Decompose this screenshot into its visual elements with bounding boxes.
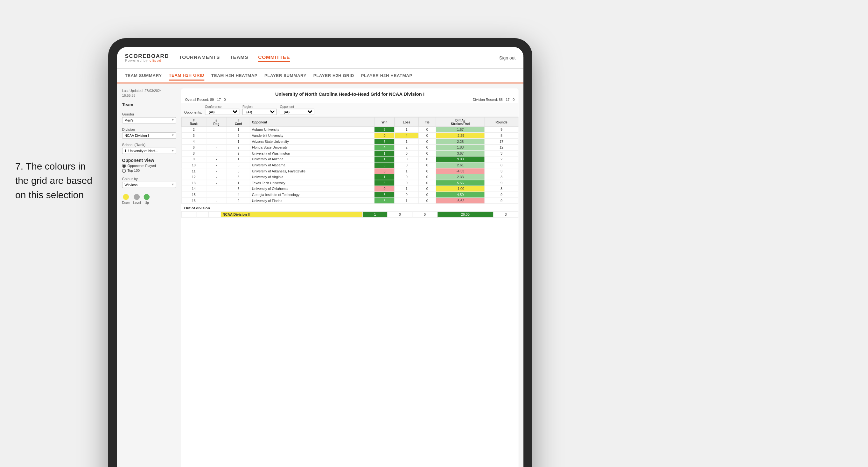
col-rank: #Rank <box>181 117 206 127</box>
cell-tie: 0 <box>418 180 436 186</box>
colour-legend: Down Level Up <box>122 194 176 204</box>
nav-committee[interactable]: COMMITTEE <box>258 54 290 62</box>
col-reg: #Reg <box>206 117 227 127</box>
h2h-table: #Rank #Reg #Conf Opponent Win Loss Tie D… <box>181 117 518 204</box>
cell-opponent: Arizona State University <box>250 138 374 145</box>
col-diff: Diff AvStrokes/Rnd <box>436 117 485 127</box>
filter-conference-select[interactable]: (All) <box>205 109 240 115</box>
cell-opponent: University of Alabama <box>250 162 374 168</box>
cell-rank: 12 <box>181 174 206 180</box>
table-row: 16 - 2 University of Florida 3 1 0 -6.62… <box>181 197 518 204</box>
cell-opponent: University of Oklahoma <box>250 186 374 192</box>
radio-top100[interactable]: Top 100 <box>122 168 176 173</box>
out-of-division-row: NCAA Division II 1 0 0 26.00 3 <box>181 212 518 218</box>
ood-win: 1 <box>363 212 387 218</box>
cell-diff: 2.61 <box>436 162 485 168</box>
subnav-player-h2h-grid[interactable]: PLAYER H2H GRID <box>313 71 354 80</box>
cell-tie: 0 <box>418 186 436 192</box>
col-rounds: Rounds <box>485 117 518 127</box>
cell-rounds: 8 <box>485 133 518 139</box>
cell-rounds: 9 <box>485 192 518 198</box>
sign-out-link[interactable]: Sign out <box>499 55 516 60</box>
cell-reg: - <box>206 127 227 133</box>
cell-opponent: Georgia Institute of Technology <box>250 192 374 198</box>
filter-conference-label: Conference <box>205 105 240 108</box>
subnav-player-h2h-heatmap[interactable]: PLAYER H2H HEATMAP <box>361 71 412 80</box>
cell-rank: 9 <box>181 156 206 162</box>
table-row: 15 - 4 Georgia Institute of Technology 5… <box>181 192 518 198</box>
cell-opponent: Texas Tech University <box>250 180 374 186</box>
cell-diff: -4.33 <box>436 168 485 174</box>
col-opponent: Opponent <box>250 117 374 127</box>
colour-by-select[interactable]: Win/loss <box>122 181 176 188</box>
cell-reg: - <box>206 192 227 198</box>
subnav-team-h2h-grid[interactable]: TEAM H2H GRID <box>168 71 204 81</box>
subnav-team-summary[interactable]: TEAM SUMMARY <box>125 71 162 80</box>
division-select[interactable]: NCAA Division I <box>122 132 176 138</box>
cell-loss: 0 <box>395 162 418 168</box>
cell-reg: - <box>206 151 227 157</box>
cell-conf: 2 <box>227 145 250 151</box>
cell-loss: 0 <box>395 180 418 186</box>
filter-opponent-select[interactable]: (All) <box>280 109 315 115</box>
cell-loss: 1 <box>395 197 418 204</box>
cell-win: 5 <box>374 138 395 145</box>
cell-conf: 1 <box>227 138 250 145</box>
cell-diff: 3.67 <box>436 151 485 157</box>
cell-loss: 4 <box>395 133 418 139</box>
gender-label: Gender <box>122 112 176 117</box>
cell-reg: - <box>206 133 227 139</box>
cell-rank: 4 <box>181 138 206 145</box>
filter-region-select[interactable]: (All) <box>243 109 277 115</box>
gender-select[interactable]: Men's <box>122 117 176 123</box>
subnav-player-summary[interactable]: PLAYER SUMMARY <box>265 71 306 80</box>
grid-title: University of North Carolina Head-to-Hea… <box>185 91 515 97</box>
table-row: 12 - 3 University of Virginia 1 0 0 2.33… <box>181 174 518 180</box>
filter-row: Opponents: Conference (All) Region ( <box>181 103 518 117</box>
cell-diff: -2.29 <box>436 133 485 139</box>
ood-loss: 0 <box>388 212 412 218</box>
col-tie: Tie <box>418 117 436 127</box>
nav-tournaments[interactable]: TOURNAMENTS <box>179 54 220 62</box>
table-row: 13 - 1 Texas Tech University 3 0 0 5.56 … <box>181 180 518 186</box>
cell-rounds: 12 <box>485 145 518 151</box>
cell-win: 2 <box>374 127 395 133</box>
main-content: Last Updated: 27/03/2024 16:55:38 Team G… <box>117 84 523 467</box>
cell-rank: 13 <box>181 180 206 186</box>
cell-tie: 0 <box>418 133 436 139</box>
nav-teams[interactable]: TEAMS <box>230 54 248 62</box>
table-row: 8 - 2 University of Washington 1 0 0 3.6… <box>181 151 518 157</box>
cell-loss: 0 <box>395 151 418 157</box>
grid-title-area: University of North Carolina Head-to-Hea… <box>181 88 518 103</box>
ood-diff: 26.00 <box>437 212 493 218</box>
cell-conf: 3 <box>227 174 250 180</box>
school-select[interactable]: 1. University of Nort... <box>122 147 176 154</box>
cell-opponent: University of Florida <box>250 197 374 204</box>
cell-win: 3 <box>374 162 395 168</box>
nav-bar: SCOREBOARD Powered by clippd TOURNAMENTS… <box>117 47 523 69</box>
cell-rank: 2 <box>181 127 206 133</box>
cell-conf: 2 <box>227 133 250 139</box>
cell-loss: 1 <box>395 186 418 192</box>
col-conf: #Conf <box>227 117 250 127</box>
table-row: 9 - 1 University of Arizona 1 0 0 9.00 2 <box>181 156 518 162</box>
cell-diff: 1.83 <box>436 145 485 151</box>
cell-diff: 4.50 <box>436 192 485 198</box>
cell-conf: 6 <box>227 168 250 174</box>
cell-reg: - <box>206 197 227 204</box>
cell-tie: 0 <box>418 138 436 145</box>
cell-conf: 1 <box>227 180 250 186</box>
filter-opponents-prefix: Opponents: <box>184 111 202 115</box>
cell-loss: 1 <box>395 168 418 174</box>
cell-tie: 0 <box>418 151 436 157</box>
cell-reg: - <box>206 162 227 168</box>
cell-opponent: University of Virginia <box>250 174 374 180</box>
cell-diff: -6.62 <box>436 197 485 204</box>
radio-opponents-played[interactable]: Opponents Played <box>122 164 176 168</box>
cell-conf: 2 <box>227 197 250 204</box>
cell-rounds: 9 <box>485 127 518 133</box>
cell-loss: 0 <box>395 192 418 198</box>
cell-diff: -1.00 <box>436 186 485 192</box>
subnav-team-h2h-heatmap[interactable]: TEAM H2H HEATMAP <box>211 71 257 80</box>
cell-rounds: 2 <box>485 156 518 162</box>
